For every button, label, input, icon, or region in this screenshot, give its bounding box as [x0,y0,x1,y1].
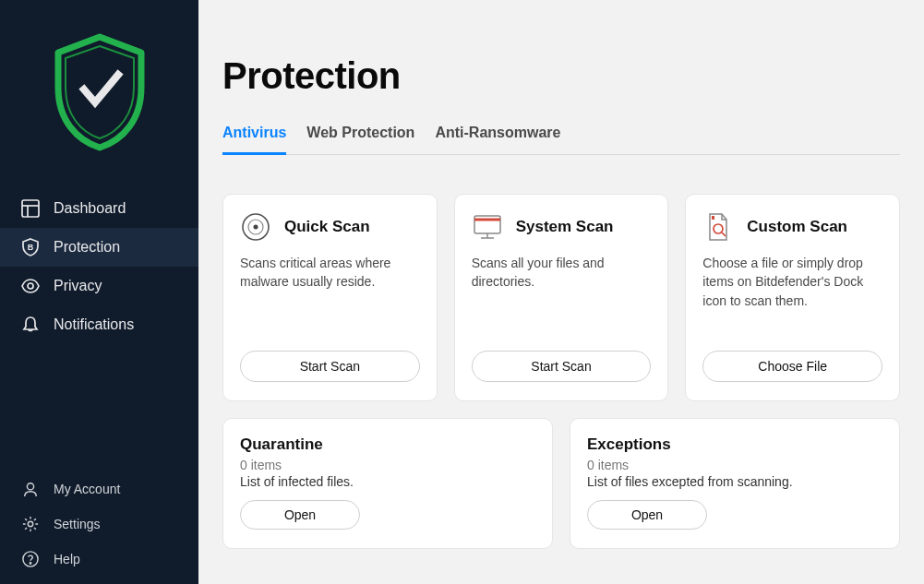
tab-web-protection[interactable]: Web Protection [306,125,414,155]
choose-file-button[interactable]: Choose File [702,351,882,382]
scan-cards: Quick Scan Scans critical areas where ma… [222,194,900,401]
sidebar-item-label: Settings [54,517,101,531]
svg-point-6 [28,521,32,526]
help-icon [20,549,41,569]
svg-point-17 [714,224,723,233]
start-system-scan-button[interactable]: Start Scan [472,351,652,382]
bell-icon [20,315,41,335]
svg-rect-16 [712,216,714,220]
logo [0,0,198,189]
file-search-icon [702,211,734,243]
open-quarantine-button[interactable]: Open [240,500,360,530]
svg-point-8 [30,563,30,564]
sidebar-item-notifications[interactable]: Notifications [0,305,198,344]
sidebar-item-protection[interactable]: B Protection [0,228,198,267]
sidebar-item-label: Notifications [54,316,134,333]
card-exceptions: Exceptions 0 items List of files excepte… [570,418,900,549]
sidebar-item-help[interactable]: Help [0,542,198,577]
shield-check-icon [49,32,150,152]
card-title: System Scan [516,218,614,236]
target-icon [240,211,271,243]
card-quarantine: Quarantine 0 items List of infected file… [222,418,553,549]
svg-text:B: B [28,243,34,252]
card-desc: List of files excepted from scanning. [587,474,882,489]
card-desc: Scans all your files and directories. [472,254,652,310]
tabs: Antivirus Web Protection Anti-Ransomware [222,125,900,155]
gear-icon [20,514,41,534]
card-subtext: 0 items [587,458,882,472]
sidebar-item-privacy[interactable]: Privacy [0,267,198,305]
svg-rect-0 [22,200,39,217]
card-subtext: 0 items [240,458,535,472]
sidebar-item-label: Privacy [54,278,102,294]
eye-icon [20,276,41,296]
card-title: Exceptions [587,435,882,454]
card-title: Quarantine [240,435,535,454]
card-custom-scan: Custom Scan Choose a file or simply drop… [685,194,900,401]
primary-nav: Dashboard B Protection Privacy [0,189,198,471]
main-content: Protection Antivirus Web Protection Anti… [198,0,924,584]
lower-cards: Quarantine 0 items List of infected file… [222,418,900,549]
sidebar-item-dashboard[interactable]: Dashboard [0,189,198,228]
sidebar-item-label: Protection [54,239,120,256]
svg-point-5 [27,483,33,490]
sidebar-item-settings[interactable]: Settings [0,507,198,542]
card-title: Custom Scan [747,218,847,236]
svg-line-18 [722,232,726,236]
sidebar-item-label: My Account [54,482,120,496]
card-title: Quick Scan [284,218,370,236]
svg-point-11 [254,225,258,230]
svg-point-4 [28,283,33,289]
card-quick-scan: Quick Scan Scans critical areas where ma… [222,194,438,401]
card-desc: Scans critical areas where malware usual… [240,254,420,310]
sidebar-item-label: Dashboard [54,200,126,217]
start-quick-scan-button[interactable]: Start Scan [240,351,420,382]
card-desc: List of infected files. [240,474,535,489]
monitor-icon [472,211,503,243]
secondary-nav: My Account Settings Help [0,471,198,584]
shield-b-icon: B [20,237,41,257]
tab-anti-ransomware[interactable]: Anti-Ransomware [435,125,560,155]
card-system-scan: System Scan Scans all your files and dir… [454,194,669,401]
page-title: Protection [222,0,900,125]
card-desc: Choose a file or simply drop items on Bi… [702,254,882,310]
sidebar-item-label: Help [54,552,80,566]
user-icon [20,479,41,499]
dashboard-icon [20,198,41,219]
open-exceptions-button[interactable]: Open [587,500,707,530]
sidebar: Dashboard B Protection Privacy [0,0,198,584]
sidebar-item-my-account[interactable]: My Account [0,471,198,507]
tab-antivirus[interactable]: Antivirus [222,125,286,155]
